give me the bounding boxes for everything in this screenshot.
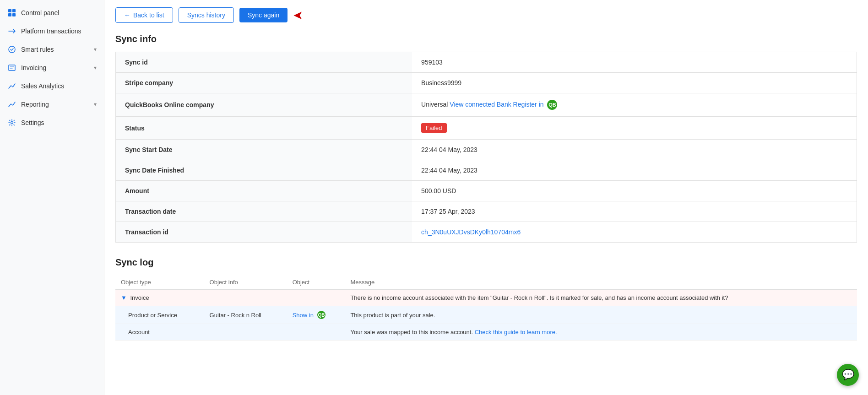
chevron-down-icon: ▾ [94,101,97,108]
log-message: Your sale was mapped to this income acco… [345,324,857,341]
view-connected-bank-link[interactable]: View connected Bank Register in [450,101,543,108]
table-row: QuickBooks Online company Universal View… [116,93,857,117]
log-object-info: Guitar - Rock n Roll [204,306,287,324]
table-row: Status Failed [116,117,857,140]
arrow-left-icon: ← [124,11,130,19]
log-row-account: Account Your sale was mapped to this inc… [115,324,857,341]
status-badge: Failed [421,123,446,133]
quickbooks-icon: QB [317,311,326,319]
log-row-product: Product or Service Guitar - Rock n Roll … [115,306,857,324]
platform-transactions-icon [7,27,16,36]
table-row: Amount 500.00 USD [116,181,857,201]
sync-log-table: Object type Object info Object Message ▼… [115,275,857,341]
field-label: Transaction id [116,222,412,243]
arrow-annotation: ➤ [293,8,303,22]
svg-rect-1 [12,9,16,12]
log-object [287,324,345,341]
sidebar-item-label: Smart rules [21,46,54,53]
field-value: 959103 [412,52,857,73]
field-value: ch_3N0uUXJDvsDKy0lh10704mx6 [412,222,857,243]
field-label: Amount [116,181,412,201]
show-in-button[interactable]: Show in QB [293,311,326,319]
field-value: 500.00 USD [412,181,857,201]
svg-point-6 [11,122,13,124]
log-row-invoice: ▼ Invoice There is no income account ass… [115,290,857,306]
table-row: Sync Start Date 22:44 04 May, 2023 [116,140,857,160]
main-content: ← Back to list Syncs history Sync again … [104,0,868,395]
svg-rect-2 [8,13,11,16]
sync-log-title: Sync log [115,257,857,268]
chevron-down-icon: ▾ [94,65,97,71]
log-message: This product is part of your sale. [345,306,857,324]
log-object-type: Account [115,324,204,341]
red-arrow-icon: ➤ [293,8,303,22]
sales-analytics-icon [7,81,16,91]
sidebar-item-settings[interactable]: Settings [0,114,104,132]
table-row: Sync Date Finished 22:44 04 May, 2023 [116,160,857,181]
field-label: Sync id [116,52,412,73]
log-object-type: ▼ Invoice [115,290,204,306]
sidebar-item-label: Control panel [21,9,59,16]
col-object-type: Object type [115,275,204,290]
col-message: Message [345,275,857,290]
field-label: QuickBooks Online company [116,93,412,117]
sidebar-item-label: Sales Analytics [21,82,64,90]
field-label: Sync Date Finished [116,160,412,181]
log-object-info [204,324,287,341]
sidebar-item-label: Invoicing [21,64,46,71]
field-label: Status [116,117,412,140]
sync-info-table: Sync id 959103 Stripe company Business99… [115,52,857,243]
field-value: 22:44 04 May, 2023 [412,140,857,160]
log-header-row: Object type Object info Object Message [115,275,857,290]
field-value: 17:37 25 Apr, 2023 [412,201,857,222]
topbar: ← Back to list Syncs history Sync again … [115,7,857,23]
svg-rect-0 [8,9,11,12]
table-row: Transaction id ch_3N0uUXJDvsDKy0lh10704m… [116,222,857,243]
field-value: Failed [412,117,857,140]
sidebar-item-sales-analytics[interactable]: Sales Analytics [0,77,104,95]
sidebar-item-label: Reporting [21,101,49,108]
sync-again-button[interactable]: Sync again [239,8,288,22]
quickbooks-icon: QB [547,100,557,110]
svg-rect-3 [12,13,16,16]
sync-info-title: Sync info [115,34,857,44]
table-row: Sync id 959103 [116,52,857,73]
sidebar-item-invoicing[interactable]: Invoicing ▾ [0,59,104,77]
sidebar-item-control-panel[interactable]: Control panel [0,4,104,22]
col-object-info: Object info [204,275,287,290]
table-row: Stripe company Business9999 [116,73,857,93]
field-label: Stripe company [116,73,412,93]
syncs-history-button[interactable]: Syncs history [179,7,234,23]
field-label: Transaction date [116,201,412,222]
invoicing-icon [7,63,16,72]
sidebar: Control panel Platform transactions Smar… [0,0,104,395]
log-object-info [204,290,287,306]
chevron-down-icon[interactable]: ▼ [121,294,127,301]
chevron-down-icon: ▾ [94,46,97,53]
sidebar-item-reporting[interactable]: Reporting ▾ [0,95,104,114]
transaction-id-link[interactable]: ch_3N0uUXJDvsDKy0lh10704mx6 [421,228,521,236]
log-object-type: Product or Service [115,306,204,324]
sidebar-item-label: Platform transactions [21,27,81,35]
check-guide-link[interactable]: Check this guide to learn more. [475,329,557,335]
log-message: There is no income account associated wi… [345,290,857,306]
field-value: Universal View connected Bank Register i… [412,93,857,117]
control-panel-icon [7,8,16,17]
back-to-list-button[interactable]: ← Back to list [115,7,173,23]
chat-icon: 💬 [842,369,854,381]
settings-icon [7,118,16,127]
sidebar-item-platform-transactions[interactable]: Platform transactions [0,22,104,40]
table-row: Transaction date 17:37 25 Apr, 2023 [116,201,857,222]
log-object [287,290,345,306]
col-object: Object [287,275,345,290]
field-label: Sync Start Date [116,140,412,160]
reporting-icon [7,100,16,109]
smart-rules-icon [7,45,16,54]
log-object: Show in QB [287,306,345,324]
svg-rect-5 [9,65,15,70]
field-value: Business9999 [412,73,857,93]
field-value: 22:44 04 May, 2023 [412,160,857,181]
chat-bubble[interactable]: 💬 [837,364,859,386]
sidebar-item-smart-rules[interactable]: Smart rules ▾ [0,40,104,59]
sidebar-item-label: Settings [21,119,44,126]
